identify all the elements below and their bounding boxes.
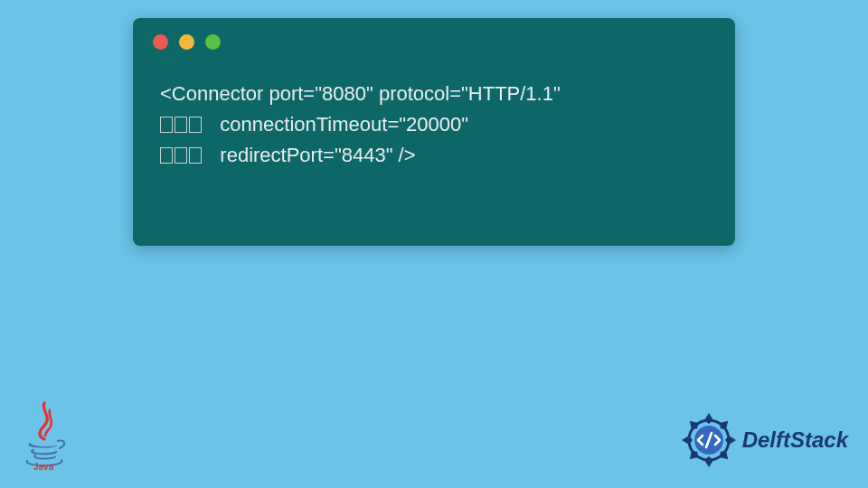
tofu-glyphs [160,109,203,140]
delftstack-label: DelftStack [742,427,848,453]
minimize-icon [179,34,194,50]
maximize-icon [205,34,221,50]
code-line-3: redirectPort="8443" /> [203,144,416,166]
java-label: Java [33,462,54,470]
code-line-1: <Connector port="8080" protocol="HTTP/1.… [160,82,561,105]
tofu-glyphs [160,140,203,171]
window-controls [133,18,735,50]
delftstack-logo: DelftStack [681,412,848,468]
java-logo-icon: Java [20,401,69,470]
code-block: <Connector port="8080" protocol="HTTP/1.… [133,50,735,189]
delftstack-gear-icon [681,412,737,468]
code-window: <Connector port="8080" protocol="HTTP/1.… [133,18,735,246]
code-line-2: connectionTimeout="20000" [203,113,468,136]
close-icon [153,34,168,50]
